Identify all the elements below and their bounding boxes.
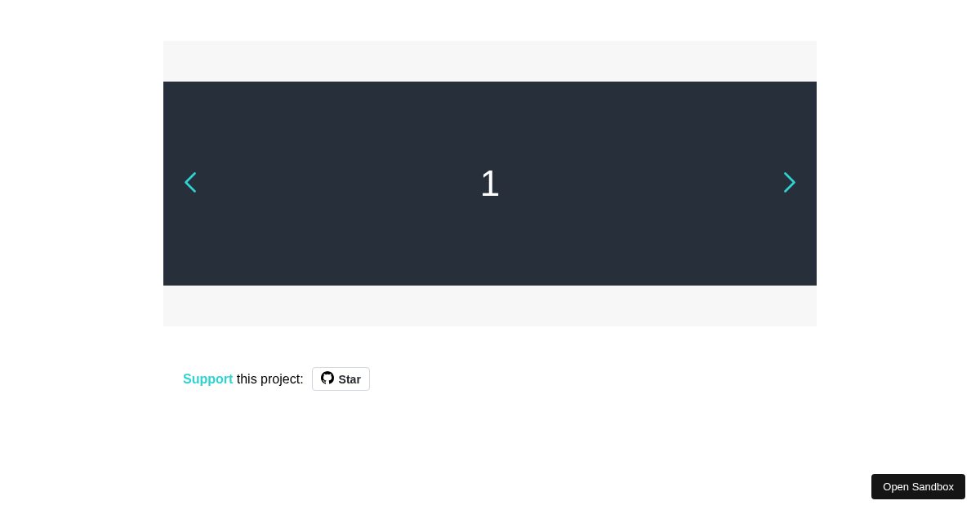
- support-text: this project:: [233, 372, 303, 386]
- support-link[interactable]: Support: [183, 372, 233, 386]
- star-button[interactable]: Star: [312, 367, 370, 391]
- next-button[interactable]: [774, 163, 805, 205]
- carousel: 1: [163, 82, 817, 286]
- chevron-left-icon: [181, 170, 199, 198]
- support-row: Support this project: Star: [163, 367, 817, 391]
- open-sandbox-button[interactable]: Open Sandbox: [871, 474, 965, 499]
- carousel-wrapper: 1: [163, 41, 817, 326]
- github-icon: [321, 371, 334, 387]
- chevron-right-icon: [781, 170, 799, 198]
- slide-number: 1: [480, 163, 500, 204]
- prev-button[interactable]: [175, 163, 206, 205]
- star-label: Star: [339, 373, 361, 386]
